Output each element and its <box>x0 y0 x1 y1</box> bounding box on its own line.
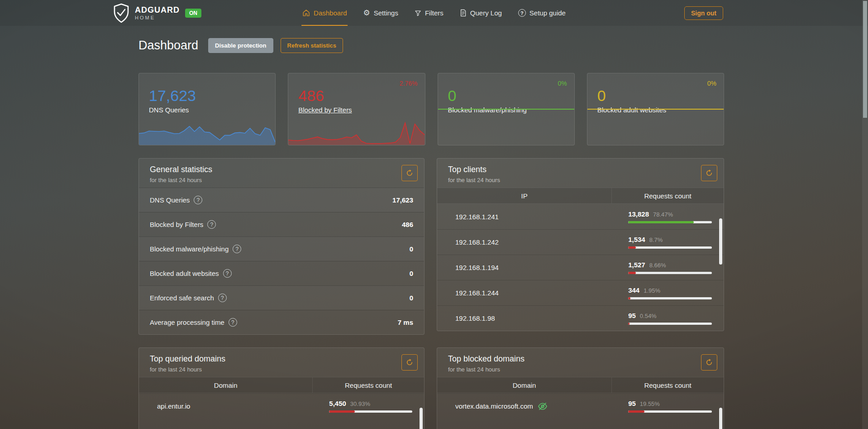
column-header-domain[interactable]: Domain <box>139 377 313 393</box>
card-dns-queries: 17,623 DNS Queries <box>138 73 276 145</box>
table-row: 192.168.1.241 13,82878.47% <box>437 204 724 229</box>
refresh-icon <box>705 169 713 177</box>
nav-item-settings[interactable]: ⚙ Settings <box>362 0 399 26</box>
domain-name[interactable]: api.entur.io <box>139 402 313 410</box>
card-label: Blocked malware/phishing <box>448 106 527 114</box>
request-count: 95 <box>628 312 636 319</box>
eye-off-unblock-icon[interactable] <box>538 402 548 410</box>
stat-label: Average processing time <box>150 318 224 326</box>
refresh-icon <box>705 358 713 366</box>
card-label-link[interactable]: Blocked by Filters <box>298 106 352 114</box>
column-header-requests[interactable]: Requests count <box>313 377 424 393</box>
nav-item-filters[interactable]: Filters <box>414 0 444 26</box>
client-ip[interactable]: 192.168.1.241 <box>437 213 612 221</box>
progress-track <box>628 297 712 299</box>
panel-title: Top blocked domains <box>448 354 715 364</box>
panel-subtitle: for the last 24 hours <box>150 177 415 183</box>
client-ip[interactable]: 192.168.1.244 <box>437 289 612 297</box>
client-ip[interactable]: 192.168.1.194 <box>437 264 612 271</box>
nav-item-dashboard[interactable]: Dashboard <box>301 0 348 26</box>
client-ip[interactable]: 192.168.1.242 <box>437 238 612 246</box>
disable-protection-button[interactable]: Disable protection <box>208 38 273 53</box>
stat-value: 486 <box>402 221 413 228</box>
question-circle-icon: ? <box>518 9 526 17</box>
domain-name[interactable]: vortex.data.microsoft.com <box>455 402 533 410</box>
top-nav-bar: ADGUARD HOME ON Dashboard ⚙ Settings Fil… <box>0 0 868 26</box>
panel-scrollbar-thumb[interactable] <box>719 218 722 265</box>
request-count: 1,527 <box>628 261 645 269</box>
request-count: 5,450 <box>329 400 346 407</box>
progress-fill <box>628 272 636 274</box>
panels-row-2: Top queried domains for the last 24 hour… <box>138 347 724 429</box>
refresh-statistics-button[interactable]: Refresh statistics <box>281 38 343 53</box>
stat-value: 0 <box>410 294 413 302</box>
top-clients-rows: 192.168.1.241 13,82878.47% 192.168.1.242… <box>437 204 724 331</box>
column-header-domain[interactable]: Domain <box>437 377 612 393</box>
status-badge: ON <box>185 9 201 18</box>
sign-out-button[interactable]: Sign out <box>684 6 723 20</box>
panel-scrollbar-thumb[interactable] <box>719 408 722 429</box>
page-scrollbar-thumb[interactable] <box>863 1 867 118</box>
stat-cards-row: 17,623 DNS Queries 486 Blocked by Filter… <box>138 73 724 145</box>
request-percent: 8.7% <box>649 236 663 243</box>
card-blocked-malware: 0 Blocked malware/phishing 0% <box>438 73 575 145</box>
panel-scrollbar-thumb[interactable] <box>420 408 423 429</box>
nav-label: Query Log <box>470 9 502 17</box>
stats-rows: DNS Queries? 17,623 Blocked by Filters? … <box>139 188 424 334</box>
panel-header: General statistics for the last 24 hours <box>139 159 424 188</box>
request-percent: 8.66% <box>649 262 666 269</box>
top-clients-panel: Top clients for the last 24 hours IP Req… <box>437 158 724 331</box>
stat-value: 0 <box>410 270 413 277</box>
request-percent: 19.55% <box>640 400 660 407</box>
nav-item-setup-guide[interactable]: ? Setup guide <box>517 0 567 26</box>
flat-zero-line <box>587 109 724 110</box>
page-scrollbar-track[interactable] <box>862 0 868 429</box>
help-icon[interactable]: ? <box>194 196 202 204</box>
nav-item-query-log[interactable]: Query Log <box>459 0 503 26</box>
refresh-button[interactable] <box>701 354 717 371</box>
panel-subtitle: for the last 24 hours <box>448 366 715 373</box>
refresh-button[interactable] <box>701 165 717 181</box>
page-title: Dashboard <box>138 39 198 53</box>
stat-label: DNS Queries <box>150 196 190 204</box>
column-header-ip[interactable]: IP <box>437 188 612 203</box>
card-percent: 0% <box>707 80 716 87</box>
progress-track <box>628 410 712 413</box>
stat-value: 7 ms <box>398 318 413 326</box>
stat-row: Blocked malware/phishing? 0 <box>139 236 424 261</box>
help-icon[interactable]: ? <box>207 220 216 229</box>
panel-title: Top clients <box>448 165 715 174</box>
brand-subtitle: HOME <box>135 15 180 20</box>
progress-fill <box>628 410 644 413</box>
nav-label: Setup guide <box>529 9 566 17</box>
refresh-button[interactable] <box>401 354 418 371</box>
panel-title: General statistics <box>150 165 415 174</box>
column-header-requests[interactable]: Requests count <box>612 188 724 203</box>
flat-zero-line <box>438 109 574 110</box>
table-row: 192.168.1.194 1,5278.66% <box>437 255 724 280</box>
client-ip[interactable]: 192.168.1.98 <box>437 314 612 322</box>
stat-label: Blocked by Filters <box>150 221 203 228</box>
card-value: 486 <box>298 87 324 105</box>
funnel-icon <box>415 10 421 17</box>
table-header: IP Requests count <box>437 188 724 204</box>
stat-row: Blocked by Filters? 486 <box>139 212 424 236</box>
stat-row: Average processing time? 7 ms <box>139 310 424 334</box>
panel-subtitle: for the last 24 hours <box>150 366 415 373</box>
progress-track <box>628 272 712 274</box>
help-icon[interactable]: ? <box>233 245 241 253</box>
help-icon[interactable]: ? <box>218 294 227 302</box>
stat-label: Enforced safe search <box>150 294 214 302</box>
help-icon[interactable]: ? <box>223 269 232 278</box>
card-blocked-adult: 0 Blocked adult websites 0% <box>587 73 724 145</box>
help-icon[interactable]: ? <box>229 318 237 327</box>
card-percent: 0% <box>558 80 567 87</box>
nav-label: Dashboard <box>314 9 347 17</box>
column-header-requests[interactable]: Requests count <box>612 377 724 393</box>
table-row: 192.168.1.98 950.54% <box>437 305 724 331</box>
stat-row: Enforced safe search? 0 <box>139 285 424 310</box>
nav-label: Settings <box>374 9 398 17</box>
request-count: 13,828 <box>628 210 649 218</box>
refresh-button[interactable] <box>401 165 418 181</box>
progress-fill <box>628 246 636 249</box>
